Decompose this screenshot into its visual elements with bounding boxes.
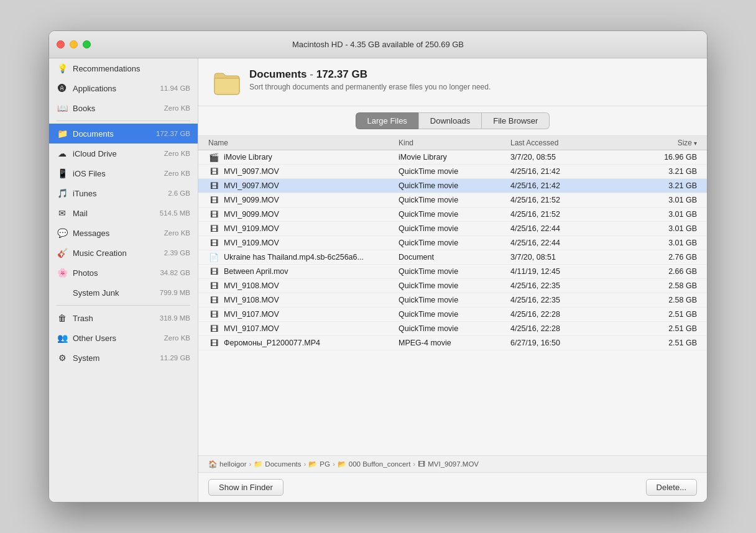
sidebar-label-music-creation: Music Creation (73, 248, 159, 258)
table-row[interactable]: 🎞 MVI_9109.MOV QuickTime movie 4/25/16, … (198, 222, 707, 236)
file-name-cell: 🎞 Between April.mov (208, 267, 399, 276)
file-size-cell: 16.96 GB (622, 153, 697, 162)
table-row[interactable]: 🎞 MVI_9108.MOV QuickTime movie 4/25/16, … (198, 293, 707, 308)
sidebar-size-itunes: 2.6 GB (168, 189, 190, 197)
file-accessed-cell: 3/7/20, 08:51 (510, 253, 622, 262)
table-row[interactable]: 🎞 MVI_9097.MOV QuickTime movie 4/25/16, … (198, 165, 707, 179)
tab-downloads[interactable]: Downloads (418, 112, 482, 129)
sidebar-size-messages: Zero KB (164, 229, 190, 237)
breadcrumb-icon-buffon: 📂 (338, 460, 346, 468)
show-in-finder-button[interactable]: Show in Finder (208, 479, 284, 496)
file-name-cell: 🎞 MVI_9099.MOV (208, 210, 399, 219)
file-name-text: MVI_9097.MOV (224, 167, 279, 176)
table-row[interactable]: 🎞 MVI_9097.MOV QuickTime movie 4/25/16, … (198, 179, 707, 193)
sidebar-icon-ios-files: 📱 (57, 168, 68, 179)
minimize-button[interactable] (70, 40, 78, 48)
sidebar-item-documents[interactable]: 📁 Documents 172.37 GB (49, 124, 198, 144)
file-size-cell: 2.66 GB (622, 267, 697, 276)
close-button[interactable] (57, 40, 65, 48)
sidebar-item-ios-files[interactable]: 📱 iOS Files Zero KB (49, 163, 198, 183)
main-panel: Documents - 172.37 GB Sort through docum… (198, 58, 707, 502)
file-kind-cell: MPEG-4 movie (399, 339, 510, 347)
panel-header: Documents - 172.37 GB Sort through docum… (198, 58, 707, 106)
sidebar-item-recommendations[interactable]: 💡 Recommendations (49, 58, 198, 78)
sidebar-item-itunes[interactable]: 🎵 iTunes 2.6 GB (49, 183, 198, 203)
sidebar-label-messages: Messages (73, 229, 159, 238)
sidebar-item-other-users[interactable]: 👥 Other Users Zero KB (49, 328, 198, 348)
sidebar-icon-photos: 🌸 (57, 267, 68, 278)
table-row[interactable]: 🎞 MVI_9107.MOV QuickTime movie 4/25/16, … (198, 308, 707, 322)
breadcrumb-icon-file: 🎞 (418, 460, 425, 468)
traffic-lights (57, 40, 91, 48)
sidebar-label-itunes: iTunes (73, 189, 163, 198)
tab-bar: Large Files Downloads File Browser (198, 106, 707, 136)
sidebar-icon-trash: 🗑 (57, 312, 68, 324)
table-row[interactable]: 🎞 MVI_9109.MOV QuickTime movie 4/25/16, … (198, 236, 707, 250)
file-name-text: MVI_9109.MOV (224, 224, 279, 233)
table-row[interactable]: 🎬 iMovie Library iMovie Library 3/7/20, … (198, 150, 707, 165)
file-icon: 🎞 (208, 167, 219, 176)
file-name-text: Between April.mov (224, 267, 288, 276)
breadcrumb-label-docs: Documents (265, 460, 301, 468)
table-row[interactable]: 🎞 MVI_9107.MOV QuickTime movie 4/25/16, … (198, 322, 707, 336)
sidebar-item-icloud-drive[interactable]: ☁ iCloud Drive Zero KB (49, 144, 198, 163)
tab-file-browser[interactable]: File Browser (482, 112, 550, 129)
sidebar-item-music-creation[interactable]: 🎸 Music Creation 2.39 GB (49, 243, 198, 263)
panel-subtitle: Sort through documents and permanently e… (249, 83, 694, 91)
sidebar-item-system[interactable]: ⚙ System 11.29 GB (49, 348, 198, 368)
file-kind-cell: Document (399, 253, 510, 262)
breadcrumb-sep-2: › (304, 460, 307, 468)
maximize-button[interactable] (83, 40, 91, 48)
sidebar-icon-mail: ✉ (57, 207, 68, 219)
sidebar-size-applications: 11.94 GB (160, 84, 190, 92)
breadcrumb-label-pg: PG (320, 460, 330, 468)
file-kind-cell: QuickTime movie (399, 196, 510, 204)
file-accessed-cell: 4/25/16, 21:52 (510, 196, 622, 204)
sidebar-icon-itunes: 🎵 (57, 188, 68, 199)
file-name-cell: 🎞 MVI_9108.MOV (208, 281, 399, 290)
table-row[interactable]: 🎞 MVI_9099.MOV QuickTime movie 4/25/16, … (198, 207, 707, 222)
breadcrumb-label-file: MVI_9097.MOV (428, 460, 479, 468)
file-kind-cell: QuickTime movie (399, 310, 510, 319)
sidebar-item-books[interactable]: 📖 Books Zero KB (49, 98, 198, 118)
table-row[interactable]: 🎞 Between April.mov QuickTime movie 4/11… (198, 265, 707, 279)
sidebar-item-messages[interactable]: 💬 Messages Zero KB (49, 223, 198, 243)
table-row[interactable]: 🎞 MVI_9108.MOV QuickTime movie 4/25/16, … (198, 279, 707, 293)
sidebar-icon-system: ⚙ (57, 352, 68, 363)
file-kind-cell: QuickTime movie (399, 267, 510, 276)
sidebar-size-icloud-drive: Zero KB (164, 150, 190, 157)
file-size-cell: 2.58 GB (622, 281, 697, 290)
sidebar-item-system-junk[interactable]: System Junk 799.9 MB (49, 283, 198, 303)
file-size-cell: 2.51 GB (622, 339, 697, 347)
delete-button[interactable]: Delete... (646, 479, 697, 496)
sidebar-size-system-junk: 799.9 MB (160, 289, 190, 296)
table-row[interactable]: 📄 Ukraine has Thailand.mp4.sb-6c256a6...… (198, 250, 707, 265)
main-window: Macintosh HD - 4.35 GB available of 250.… (48, 30, 708, 503)
file-kind-cell: QuickTime movie (399, 239, 510, 247)
col-size[interactable]: Size ▾ (622, 139, 697, 147)
sidebar-label-system: System (73, 353, 155, 363)
sidebar-label-documents: Documents (73, 129, 151, 139)
sidebar-item-mail[interactable]: ✉ Mail 514.5 MB (49, 203, 198, 223)
sidebar-item-photos[interactable]: 🌸 Photos 34.82 GB (49, 263, 198, 283)
table-header: Name Kind Last Accessed Size ▾ (198, 136, 707, 150)
tab-large-files[interactable]: Large Files (356, 112, 418, 129)
file-icon: 🎞 (208, 196, 219, 204)
sidebar-icon-music-creation: 🎸 (57, 247, 68, 258)
file-kind-cell: QuickTime movie (399, 210, 510, 219)
sidebar-item-applications[interactable]: 🅐 Applications 11.94 GB (49, 78, 198, 98)
file-accessed-cell: 4/25/16, 22:44 (510, 224, 622, 233)
table-row[interactable]: 🎞 Феромоны_P1200077.MP4 MPEG-4 movie 6/2… (198, 336, 707, 350)
file-name-cell: 🎞 MVI_9097.MOV (208, 167, 399, 176)
breadcrumb-icon-home: 🏠 (208, 460, 217, 468)
file-name-cell: 📄 Ukraine has Thailand.mp4.sb-6c256a6... (208, 253, 399, 262)
file-icon: 🎞 (208, 267, 219, 276)
table-row[interactable]: 🎞 MVI_9099.MOV QuickTime movie 4/25/16, … (198, 193, 707, 207)
file-icon: 🎞 (208, 224, 219, 233)
window-title: Macintosh HD - 4.35 GB available of 250.… (292, 40, 464, 49)
sidebar-item-trash[interactable]: 🗑 Trash 318.9 MB (49, 308, 198, 328)
sidebar-size-books: Zero KB (164, 104, 190, 112)
file-icon: 🎞 (208, 296, 219, 304)
file-icon: 📄 (208, 253, 219, 262)
file-size-cell: 3.21 GB (622, 167, 697, 176)
